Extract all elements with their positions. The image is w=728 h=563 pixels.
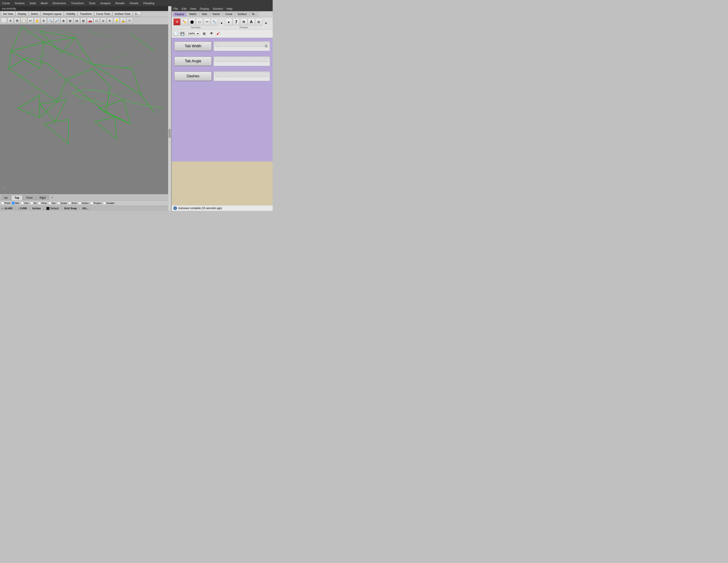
viewport-layout-button[interactable]: Viewport Layout [41, 11, 64, 16]
menu-paneling[interactable]: Paneling [142, 1, 155, 5]
undo-icon[interactable]: ↩ [27, 18, 34, 24]
tab-front[interactable]: Front [23, 195, 36, 200]
set-view-button[interactable]: Set View [1, 11, 15, 16]
zoom-out-icon[interactable]: 🔎 [54, 18, 60, 24]
tab-width-button[interactable]: Tab Width [174, 41, 212, 51]
perspective-icon[interactable]: ⬡ [94, 18, 100, 24]
zoom-save-icon[interactable]: 💾 [180, 31, 185, 36]
circle-solid-icon[interactable]: ● [225, 18, 232, 25]
close-btn-icon[interactable]: ✕ [173, 18, 180, 25]
snap-point-checkbox[interactable] [1, 202, 4, 204]
rp-menu-solution[interactable]: Solution [213, 7, 223, 10]
snap-int-checkbox[interactable] [30, 202, 33, 204]
snap-tan-checkbox[interactable] [48, 202, 51, 204]
rp-bottom-section [172, 161, 273, 205]
tab-maths[interactable]: Maths [187, 12, 199, 17]
tab-surface[interactable]: Surface [235, 12, 249, 17]
new-icon[interactable]: ⬜ [1, 18, 7, 24]
visibility-button[interactable]: Visibility [64, 11, 77, 16]
zoom-select[interactable]: 244% 100% 150% 200% [186, 31, 200, 36]
light-icon[interactable]: 💡 [113, 18, 120, 24]
menu-transform[interactable]: Transform [70, 1, 85, 5]
viewport-canvas[interactable] [0, 24, 168, 194]
dashes-row: Dashes [174, 71, 270, 81]
tab-params[interactable]: Params [173, 12, 186, 17]
menu-analyze[interactable]: Analyze [99, 1, 111, 5]
menu-mesh[interactable]: Mesh [40, 1, 49, 5]
tab-angle-track [216, 61, 268, 61]
snap-cen-checkbox[interactable] [21, 202, 24, 204]
scrollbar-thumb[interactable] [169, 129, 171, 138]
snap-perp-checkbox[interactable] [38, 202, 41, 204]
menu-surface[interactable]: Surface [14, 1, 26, 5]
rp-menu-display[interactable]: Display [200, 7, 209, 10]
snap-vertex-checkbox[interactable] [79, 202, 81, 204]
snap-project-checkbox[interactable] [90, 202, 93, 204]
snap-cen-label: Cen [24, 202, 29, 204]
wrench-icon[interactable]: 🔧 [211, 18, 218, 25]
circle-icon[interactable]: ⬤ [188, 18, 195, 25]
zoom-rect-icon[interactable]: ⊟ [74, 18, 80, 24]
snap-disable-checkbox[interactable] [103, 202, 106, 204]
tab-width-slider[interactable]: 0. [214, 41, 270, 51]
menu-curve[interactable]: Curve [1, 1, 11, 5]
add-viewport-button[interactable]: + [49, 194, 55, 200]
tab-angle-slider[interactable] [214, 56, 270, 66]
pan-icon[interactable]: ✋ [34, 18, 40, 24]
transform-button[interactable]: Transform [78, 11, 94, 16]
tab-right[interactable]: Right [36, 195, 49, 200]
brush-icon[interactable]: 🖌 [215, 30, 221, 37]
text-icon[interactable]: A [248, 18, 255, 25]
eye-icon[interactable]: 👁 [208, 30, 215, 37]
pi-icon[interactable]: π [240, 18, 247, 25]
menu-dimension[interactable]: Dimension [52, 1, 67, 5]
dashes-slider[interactable] [214, 71, 270, 81]
grid-param-icon[interactable]: ⊞ [255, 18, 262, 25]
menu-panels[interactable]: Panels [129, 1, 139, 5]
rp-menu-edit[interactable]: Edit [182, 7, 186, 10]
dashes-button[interactable]: Dashes [174, 71, 212, 81]
menu-solid[interactable]: Solid [29, 1, 37, 5]
snap-knot-checkbox[interactable] [68, 202, 71, 204]
rp-menu-view[interactable]: View [190, 7, 196, 10]
menu-render[interactable]: Render [114, 1, 126, 5]
shield-icon[interactable]: 🛡 [127, 18, 133, 24]
tab-more[interactable]: M... [250, 12, 259, 17]
close-icon[interactable]: ✕ [8, 18, 14, 24]
rp-menu-file[interactable]: File [173, 7, 178, 10]
zoom-sel-icon[interactable]: ⊙ [100, 18, 106, 24]
squiggle-icon[interactable]: 〜 [203, 18, 210, 25]
zoom-new-icon[interactable]: 📄 [173, 31, 178, 36]
grid-icon[interactable]: ⊞ [80, 18, 86, 24]
surface-tools-button[interactable]: Surface Tools [113, 11, 133, 16]
tab-perspective[interactable]: ive [1, 195, 11, 200]
select-button[interactable]: Select [29, 11, 40, 16]
zoom-extent-icon[interactable]: ⊞ [67, 18, 73, 24]
lock-icon[interactable]: 🔒 [120, 18, 126, 24]
snap-mid-checkbox[interactable] [12, 202, 15, 204]
zoom-fit-icon[interactable]: ⊞ [201, 30, 207, 37]
tab-sets[interactable]: Sets [199, 12, 210, 17]
pen-icon[interactable]: ✏️ [181, 18, 188, 25]
tab-vector[interactable]: Vector [210, 12, 222, 17]
rp-menu-help[interactable]: Help [227, 7, 233, 10]
ellipse-icon[interactable]: ⬭ [196, 18, 203, 25]
zoom-window-icon[interactable]: ⊕ [60, 18, 67, 24]
canvas-area[interactable]: -x [0, 24, 168, 194]
snap-quad-checkbox[interactable] [57, 202, 60, 204]
seven-icon[interactable]: 7 [233, 18, 240, 25]
move-icon[interactable]: ✛ [41, 18, 47, 24]
tab-top[interactable]: Top [11, 195, 23, 200]
zoom-in-icon[interactable]: 🔍 [47, 18, 53, 24]
menu-tools[interactable]: Tools [88, 1, 96, 5]
car-icon[interactable]: 🚗 [87, 18, 93, 24]
copy-icon[interactable]: ⧉ [14, 18, 20, 24]
rotate-icon[interactable]: ↻ [107, 18, 113, 24]
paste-icon[interactable]: 📋 [21, 18, 27, 24]
curve-tools-button[interactable]: Curve Tools [94, 11, 112, 16]
panel-scrollbar[interactable] [168, 6, 171, 211]
tab-angle-button[interactable]: Tab Angle [174, 56, 212, 66]
more-tools-button[interactable]: S... [133, 11, 141, 16]
display-button[interactable]: Display [16, 11, 28, 16]
tab-curve[interactable]: Curve [223, 12, 235, 17]
